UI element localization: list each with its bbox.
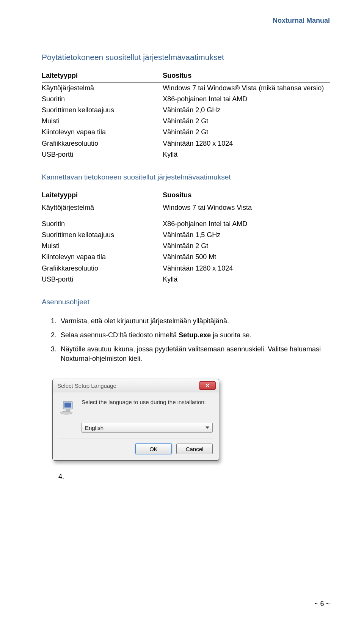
- close-button[interactable]: [199, 381, 216, 390]
- spec-value: Windows 7 tai Windows Vista: [163, 202, 330, 213]
- svg-rect-3: [66, 409, 70, 411]
- table-laptop-specs: Laitetyyppi Suositus KäyttöjärjestelmäWi…: [42, 189, 330, 285]
- spec-label: Käyttöjärjestelmä: [42, 202, 163, 213]
- spec-value: Vähintään 2 Gt: [163, 127, 330, 138]
- table-row: Kiintolevyn vapaa tilaVähintään 2 Gt: [42, 127, 330, 138]
- table-row: Suorittimen kellotaajuusVähintään 1,5 GH…: [42, 230, 330, 241]
- spec-label: Kiintolevyn vapaa tila: [42, 127, 163, 138]
- cancel-button[interactable]: Cancel: [176, 444, 213, 454]
- dialog-text: Select the language to use during the in…: [82, 398, 213, 415]
- table-row: MuistiVähintään 2 Gt: [42, 116, 330, 127]
- list-item-four: 4.: [58, 472, 330, 482]
- spec-label: Suoritin: [42, 94, 163, 105]
- spec-value: Vähintään 1280 x 1024: [163, 138, 330, 149]
- svg-rect-2: [64, 403, 71, 408]
- spec-label: Kiintolevyn vapaa tila: [42, 252, 163, 263]
- ok-button[interactable]: OK: [135, 444, 172, 454]
- list-item: Näytölle avautuu ikkuna, jossa pyydetään…: [58, 342, 330, 366]
- spec-value: X86-pohjainen Intel tai AMD: [163, 213, 330, 230]
- table-row: Suorittimen kellotaajuusVähintään 2,0 GH…: [42, 105, 330, 116]
- spec-value: Vähintään 2,0 GHz: [163, 105, 330, 116]
- table-row: Kiintolevyn vapaa tilaVähintään 500 Mt: [42, 252, 330, 263]
- spec-label: USB-portti: [42, 149, 163, 160]
- table-row: GrafiikkaresoluutioVähintään 1280 x 1024: [42, 138, 330, 149]
- spec-label: Grafiikkaresoluutio: [42, 263, 163, 274]
- header-manual-title: Noxturnal Manual: [273, 16, 330, 25]
- heading-laptop-reqs: Kannettavan tietokoneen suositellut järj…: [42, 172, 330, 183]
- spec-value: Vähintään 1280 x 1024: [163, 263, 330, 274]
- table-desktop-specs: Laitetyyppi Suositus KäyttöjärjestelmäWi…: [42, 69, 330, 160]
- dropdown-selected: English: [85, 424, 104, 432]
- spec-label: Suoritin: [42, 213, 163, 230]
- table-row: KäyttöjärjestelmäWindows 7 tai Windows® …: [42, 82, 330, 94]
- language-dropdown[interactable]: English: [82, 423, 213, 433]
- page-number: ~ 6 ~: [314, 599, 330, 609]
- table-row: KäyttöjärjestelmäWindows 7 tai Windows V…: [42, 202, 330, 213]
- spec-label: Muisti: [42, 116, 163, 127]
- col-header-rec: Suositus: [163, 189, 330, 202]
- dialog-select-language: Select Setup Language Select the: [52, 379, 219, 461]
- spec-value: Vähintään 500 Mt: [163, 252, 330, 263]
- spec-label: USB-portti: [42, 274, 163, 285]
- spec-value: Vähintään 2 Gt: [163, 241, 330, 252]
- close-icon: [205, 383, 210, 388]
- chevron-down-icon: [206, 426, 209, 429]
- col-header-type: Laitetyyppi: [42, 69, 163, 82]
- svg-point-0: [60, 411, 72, 414]
- table-row: USB-porttiKyllä: [42, 274, 330, 285]
- col-header-rec: Suositus: [163, 69, 330, 82]
- table-row: USB-porttiKyllä: [42, 149, 330, 160]
- col-header-type: Laitetyyppi: [42, 189, 163, 202]
- spec-value: Kyllä: [163, 274, 330, 285]
- spec-label: Suorittimen kellotaajuus: [42, 230, 163, 241]
- spec-label: Grafiikkaresoluutio: [42, 138, 163, 149]
- dialog-title: Select Setup Language: [57, 382, 116, 390]
- spec-label: Käyttöjärjestelmä: [42, 82, 163, 94]
- spec-label: Suorittimen kellotaajuus: [42, 105, 163, 116]
- table-row: MuistiVähintään 2 Gt: [42, 241, 330, 252]
- table-row: GrafiikkaresoluutioVähintään 1280 x 1024: [42, 263, 330, 274]
- spec-value: Kyllä: [163, 149, 330, 160]
- heading-desktop-reqs: Pöytätietokoneen suositellut järjestelmä…: [42, 52, 330, 63]
- list-item: Selaa asennus-CD:ltä tiedosto nimeltä Se…: [58, 328, 330, 342]
- spec-label: Muisti: [42, 241, 163, 252]
- spec-value: Vähintään 1,5 GHz: [163, 230, 330, 241]
- table-row: SuoritinX86-pohjainen Intel tai AMD: [42, 94, 330, 105]
- spec-value: X86-pohjainen Intel tai AMD: [163, 94, 330, 105]
- spec-value: Windows 7 tai Windows® Vista (mikä tahan…: [163, 82, 330, 94]
- spec-value: Vähintään 2 Gt: [163, 116, 330, 127]
- heading-install: Asennusohjeet: [42, 297, 330, 307]
- list-item: Varmista, että olet kirjautunut järjeste…: [58, 314, 330, 328]
- table-row: SuoritinX86-pohjainen Intel tai AMD: [42, 213, 330, 230]
- install-steps: Varmista, että olet kirjautunut järjeste…: [42, 314, 330, 366]
- installer-icon: [59, 398, 77, 415]
